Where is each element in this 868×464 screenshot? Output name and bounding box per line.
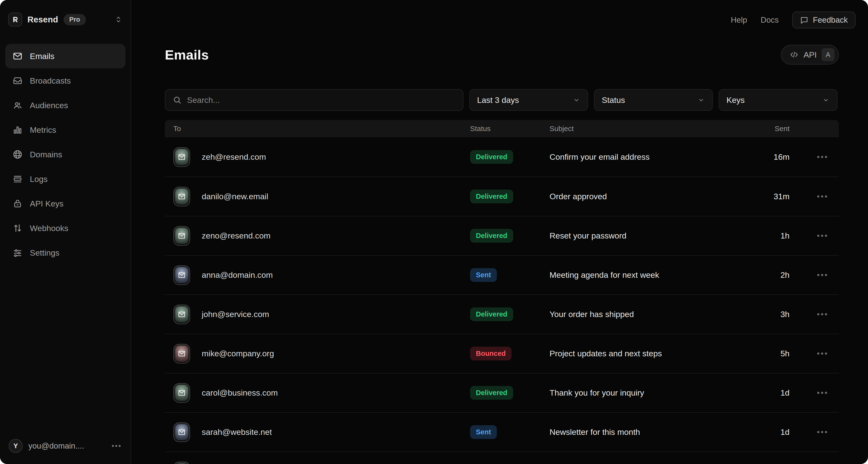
- recipient-email: sarah@website.net: [202, 427, 272, 437]
- emails-table: To Status Subject Sent zeh@resend.com De…: [165, 120, 839, 464]
- status-badge: Sent: [470, 425, 497, 439]
- search-icon: [173, 95, 182, 105]
- sidebar-item-logs[interactable]: Logs: [5, 167, 125, 191]
- table-row[interactable]: mike@company.org Bounced Project updates…: [165, 334, 839, 373]
- row-menu-icon[interactable]: [817, 392, 819, 394]
- row-menu-icon[interactable]: [817, 274, 819, 276]
- email-subject: Meeting agenda for next week: [550, 270, 758, 280]
- email-envelope-icon: [173, 147, 190, 167]
- recipient-email: john@service.com: [202, 310, 269, 319]
- status-dropdown[interactable]: Status: [594, 89, 713, 111]
- filter-bar: Last 3 days Status Keys: [165, 89, 839, 111]
- chevron-down-icon: [572, 96, 580, 104]
- table-row[interactable]: Delivered: [165, 452, 839, 464]
- status-badge: Sent: [470, 268, 497, 282]
- feedback-button[interactable]: Feedback: [792, 11, 856, 28]
- email-envelope-icon: [173, 187, 190, 206]
- topbar: Help Docs Feedback: [731, 11, 856, 28]
- email-subject: Reset your password: [550, 231, 758, 240]
- sidebar-item-settings[interactable]: Settings: [5, 240, 125, 265]
- column-header-to: To: [173, 124, 470, 133]
- chat-bubble-icon: [800, 16, 809, 24]
- email-subject: Confirm your email address: [550, 152, 758, 162]
- email-envelope-icon: [173, 226, 190, 246]
- email-envelope-icon: [173, 265, 190, 285]
- sidebar-item-webhooks[interactable]: Webhooks: [5, 216, 125, 240]
- sidebar-item-metrics[interactable]: Metrics: [5, 118, 125, 142]
- recipient-email: mike@company.org: [202, 349, 274, 358]
- sidebar-item-audiences[interactable]: Audiences: [5, 93, 125, 118]
- column-header-status: Status: [470, 124, 550, 133]
- date-range-dropdown[interactable]: Last 3 days: [469, 89, 588, 111]
- api-button[interactable]: API A: [781, 45, 839, 64]
- recipient-email: carol@business.com: [202, 388, 278, 398]
- email-envelope-icon: [173, 344, 190, 364]
- table-row[interactable]: carol@business.com Delivered Thank you f…: [165, 373, 839, 412]
- sidebar-nav: Emails Broadcasts Audiences Metrics Doma…: [5, 44, 125, 265]
- column-header-sent: Sent: [758, 124, 789, 133]
- email-subject: Order approved: [550, 192, 758, 201]
- app-window: Resend Pro Emails Broadcasts Audiences M…: [0, 0, 868, 464]
- docs-link[interactable]: Docs: [761, 16, 779, 25]
- help-link[interactable]: Help: [731, 16, 747, 25]
- sidebar-item-emails[interactable]: Emails: [5, 44, 125, 68]
- row-menu-icon[interactable]: [817, 235, 819, 237]
- mail-icon: [12, 51, 23, 61]
- plan-badge: Pro: [64, 14, 86, 25]
- row-menu-icon[interactable]: [817, 431, 819, 433]
- email-subject: Thank you for your inquiry: [550, 388, 758, 398]
- status-badge: Delivered: [470, 308, 513, 321]
- row-menu-icon[interactable]: [817, 352, 819, 355]
- resend-logo-icon: [8, 12, 22, 27]
- sidebar-item-label: Logs: [30, 174, 48, 184]
- table-row[interactable]: john@service.com Delivered Your order ha…: [165, 294, 839, 334]
- sent-time: 31m: [758, 192, 789, 201]
- table-row[interactable]: zeno@resend.com Delivered Reset your pas…: [165, 216, 839, 255]
- sidebar-item-label: Audiences: [30, 101, 68, 110]
- table-row[interactable]: danilo@new.email Delivered Order approve…: [165, 177, 839, 216]
- user-email: you@domain....: [28, 441, 84, 451]
- users-icon: [12, 100, 23, 110]
- row-menu-icon[interactable]: [817, 313, 819, 315]
- sent-time: 1d: [758, 427, 789, 437]
- search-input[interactable]: [187, 95, 456, 105]
- workspace-switch-icon[interactable]: [114, 16, 123, 24]
- user-account[interactable]: Y you@domain....: [5, 439, 125, 453]
- arrows-up-down-icon: [12, 223, 23, 233]
- sent-time: 1h: [758, 231, 789, 240]
- keyboard-shortcut-badge: A: [822, 48, 835, 61]
- sidebar-item-api-keys[interactable]: API Keys: [5, 191, 125, 216]
- workspace-switcher[interactable]: Resend Pro: [5, 12, 125, 27]
- user-menu-icon[interactable]: [112, 445, 114, 447]
- row-menu-icon[interactable]: [817, 195, 819, 198]
- sent-time: 1d: [758, 388, 789, 398]
- lock-icon: [12, 199, 23, 209]
- sidebar-item-label: Webhooks: [30, 224, 68, 233]
- email-envelope-icon: [173, 304, 190, 324]
- email-subject: Your order has shipped: [550, 310, 758, 319]
- email-subject: Newsletter for this month: [550, 427, 758, 437]
- sidebar-item-label: Broadcasts: [30, 76, 71, 86]
- sidebar-item-label: Emails: [30, 52, 54, 61]
- sidebar-item-label: Domains: [30, 150, 62, 159]
- row-menu-icon[interactable]: [817, 156, 819, 158]
- sidebar-item-broadcasts[interactable]: Broadcasts: [5, 68, 125, 93]
- code-icon: [789, 50, 799, 59]
- table-row[interactable]: sarah@website.net Sent Newsletter for th…: [165, 412, 839, 452]
- status-badge: Delivered: [470, 386, 513, 400]
- page-title: Emails: [165, 47, 209, 63]
- table-row[interactable]: zeh@resend.com Delivered Confirm your em…: [165, 137, 839, 177]
- keys-dropdown[interactable]: Keys: [719, 89, 837, 111]
- chevron-down-icon: [698, 96, 705, 104]
- sidebar-item-domains[interactable]: Domains: [5, 142, 125, 167]
- inbox-icon: [12, 76, 23, 86]
- sent-time: 5h: [758, 349, 789, 358]
- email-subject: Project updates and next steps: [550, 349, 758, 358]
- sidebar-item-label: Metrics: [30, 125, 56, 135]
- table-row[interactable]: anna@domain.com Sent Meeting agenda for …: [165, 255, 839, 294]
- email-envelope-icon: [173, 422, 190, 442]
- workspace-name: Resend: [27, 15, 58, 24]
- status-badge: Delivered: [470, 150, 513, 164]
- recipient-email: zeno@resend.com: [202, 231, 271, 240]
- main-panel: Help Docs Feedback Emails API A: [131, 0, 868, 464]
